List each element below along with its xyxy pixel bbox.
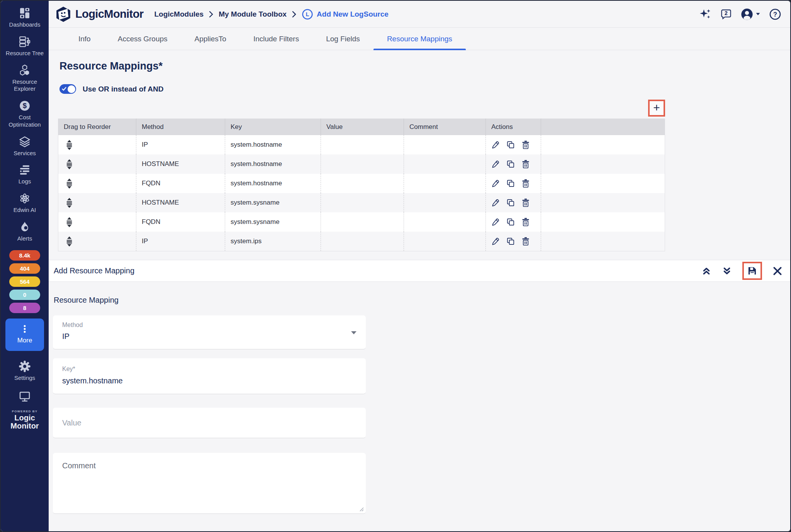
use-or-toggle[interactable] xyxy=(59,84,76,94)
alert-count-badge[interactable]: 404 xyxy=(9,263,40,274)
key-input[interactable] xyxy=(62,376,356,385)
edit-icon[interactable] xyxy=(491,198,500,207)
sidebar-item-dashboards[interactable]: Dashboards xyxy=(9,7,41,29)
tab[interactable]: Access Groups xyxy=(104,28,181,50)
tab[interactable]: Resource Mappings xyxy=(373,28,466,50)
sidebar-item-edwin-ai[interactable]: Edwin AI xyxy=(14,192,36,214)
empty-cell xyxy=(541,154,665,174)
sidebar-item-label: Cost Optimization xyxy=(5,114,44,129)
drag-cell xyxy=(58,212,136,232)
edit-icon[interactable] xyxy=(491,237,500,246)
drag-cell xyxy=(58,193,136,212)
edit-icon[interactable] xyxy=(491,218,500,226)
table-row: FQDN system.hostname xyxy=(58,174,665,193)
page-title: Resource Mappings* xyxy=(59,60,790,72)
tab[interactable]: Include Filters xyxy=(240,28,312,50)
sidebar-item-settings[interactable]: Settings xyxy=(14,360,35,382)
add-bar-title: Add Resource Mapping xyxy=(54,266,134,275)
comment-cell xyxy=(404,232,485,251)
top-header: LogicMonitor LogicModules My Module Tool… xyxy=(49,1,790,28)
resource-mappings-table: Drag to ReorderMethodKeyValueCommentActi… xyxy=(58,119,665,251)
duplicate-icon[interactable] xyxy=(506,160,515,168)
table-header-row: Drag to ReorderMethodKeyValueCommentActi… xyxy=(58,119,665,135)
breadcrumb-logicmodules[interactable]: LogicModules xyxy=(154,10,204,19)
breadcrumb: LogicModules My Module Toolbox L Add New… xyxy=(154,8,388,20)
powered-by-label: POWERED BY xyxy=(10,410,39,413)
method-select[interactable]: Method IP xyxy=(53,315,366,349)
more-label: More xyxy=(17,337,32,344)
ai-sparkles-icon[interactable] xyxy=(700,8,711,20)
save-icon xyxy=(747,266,757,276)
drag-handle-icon[interactable] xyxy=(65,159,73,169)
resource-explorer-icon xyxy=(19,64,31,76)
sidebar-item-logs[interactable]: Logs xyxy=(19,164,31,185)
comment-cell xyxy=(404,135,485,154)
delete-icon[interactable] xyxy=(521,140,530,149)
method-cell: IP xyxy=(136,135,225,154)
comment-textarea[interactable] xyxy=(62,461,356,508)
sidebar-item-resource-tree[interactable]: Resource Tree xyxy=(6,36,44,57)
duplicate-icon[interactable] xyxy=(506,198,515,207)
sidebar-item-label: Services xyxy=(14,150,36,157)
drag-handle-icon[interactable] xyxy=(65,198,73,208)
key-cell: system.hostname xyxy=(225,135,321,154)
feedback-icon[interactable]: 2 xyxy=(721,9,732,20)
plus-icon: + xyxy=(653,102,660,114)
value-cell xyxy=(321,135,404,154)
sidebar-item-alerts[interactable]: Alerts xyxy=(17,221,32,242)
expand-down-icon[interactable] xyxy=(722,266,732,276)
edit-icon[interactable] xyxy=(491,160,500,168)
save-button[interactable] xyxy=(742,262,762,280)
value-cell xyxy=(321,232,404,251)
resource-mapping-form: Method IP Key* xyxy=(53,315,366,514)
breadcrumb-my-module-toolbox[interactable]: My Module Toolbox xyxy=(219,10,287,19)
drag-handle-icon[interactable] xyxy=(65,178,73,189)
delete-icon[interactable] xyxy=(521,217,530,227)
duplicate-icon[interactable] xyxy=(506,179,515,188)
collapse-up-icon[interactable] xyxy=(701,266,711,276)
alert-count-badge[interactable]: 8 xyxy=(9,303,40,313)
edit-icon[interactable] xyxy=(491,179,500,188)
settings-gear-icon xyxy=(19,360,31,373)
sidebar-item-cost-optimization[interactable]: $ Cost Optimization xyxy=(5,100,44,129)
value-field xyxy=(53,408,366,438)
value-input[interactable] xyxy=(62,418,356,427)
add-mapping-button[interactable]: + xyxy=(648,100,665,117)
sidebar-item-monitor[interactable] xyxy=(18,390,31,404)
alert-count-badge[interactable]: 0 xyxy=(9,290,40,300)
duplicate-icon[interactable] xyxy=(506,237,515,246)
alert-count-badge[interactable]: 564 xyxy=(9,276,40,287)
tab[interactable]: Info xyxy=(65,28,104,50)
tab[interactable]: Log Fields xyxy=(312,28,373,50)
add-resource-mapping-bar: Add Resource Mapping xyxy=(49,260,790,282)
column-header: Actions xyxy=(485,119,541,135)
header-actions: 2 ? xyxy=(700,8,781,20)
key-label: Key* xyxy=(62,366,356,373)
actions-cell xyxy=(485,154,541,174)
tab[interactable]: AppliesTo xyxy=(181,28,240,50)
help-icon[interactable]: ? xyxy=(769,8,781,20)
empty-cell xyxy=(541,135,665,154)
delete-icon[interactable] xyxy=(521,237,530,246)
duplicate-icon[interactable] xyxy=(506,141,515,149)
duplicate-icon[interactable] xyxy=(506,218,515,226)
sidebar-item-resource-explorer[interactable]: Resource Explorer xyxy=(5,64,44,93)
edit-icon[interactable] xyxy=(491,141,500,149)
breadcrumb-add-new-logsource[interactable]: L Add New LogSource xyxy=(302,8,389,20)
comment-cell xyxy=(404,174,485,193)
cost-optimization-icon: $ xyxy=(19,100,31,112)
drag-handle-icon[interactable] xyxy=(65,236,73,247)
delete-icon[interactable] xyxy=(521,198,530,207)
user-menu[interactable] xyxy=(741,8,760,20)
comment-cell xyxy=(404,154,485,174)
alert-count-badge[interactable]: 8.4k xyxy=(9,250,40,261)
close-icon[interactable] xyxy=(772,266,783,276)
resize-handle-icon[interactable] xyxy=(359,507,364,512)
sidebar-item-services[interactable]: Services xyxy=(14,136,36,157)
delete-icon[interactable] xyxy=(521,159,530,169)
drag-handle-icon[interactable] xyxy=(65,217,73,227)
delete-icon[interactable] xyxy=(521,179,530,188)
sidebar-item-more[interactable]: More xyxy=(5,319,44,351)
logicmonitor-logo[interactable]: LogicMonitor xyxy=(55,6,143,23)
drag-handle-icon[interactable] xyxy=(65,140,73,150)
